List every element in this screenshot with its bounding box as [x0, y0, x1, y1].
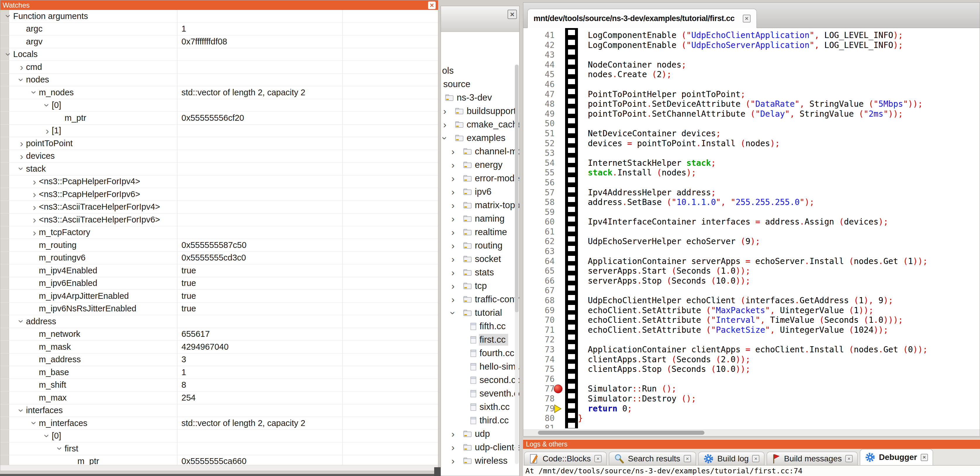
- line-number[interactable]: 75: [523, 364, 555, 374]
- code-line[interactable]: 52 devices = pointToPoint.Install (nodes…: [523, 139, 980, 149]
- line-number[interactable]: 57: [523, 188, 555, 198]
- tree-item-source[interactable]: source: [441, 77, 519, 91]
- watch-row[interactable]: m_ipv6Enabledtrue: [0, 277, 438, 290]
- line-number[interactable]: 68: [523, 296, 555, 305]
- chevron-down-icon[interactable]: [43, 101, 52, 110]
- close-icon[interactable]: [752, 455, 759, 462]
- watch-row[interactable]: address: [0, 315, 438, 328]
- tree-item-sixth-cc[interactable]: sixth.cc: [441, 400, 519, 414]
- watch-row[interactable]: first: [0, 442, 438, 455]
- chevron-down-icon[interactable]: [17, 165, 26, 173]
- code-line[interactable]: 46: [523, 80, 980, 89]
- line-number[interactable]: 64: [523, 256, 555, 266]
- chevron-right-icon[interactable]: [450, 146, 463, 157]
- watch-row[interactable]: argv0x7fffffffdf08: [0, 35, 438, 48]
- chevron-right-icon[interactable]: [30, 190, 39, 198]
- tree-item-first-cc[interactable]: first.cc: [441, 333, 519, 347]
- chevron-right-icon[interactable]: [450, 160, 463, 171]
- line-number[interactable]: 76: [523, 374, 555, 384]
- code-line[interactable]: 63: [523, 246, 980, 256]
- tree-item-examples[interactable]: examples: [441, 131, 519, 145]
- watch-row[interactable]: m_nodesstd::vector of length 2, capacity…: [0, 86, 438, 99]
- tree-item-second-cc[interactable]: second.cc: [441, 373, 519, 387]
- code-line[interactable]: 48 pointToPoint.SetDeviceAttribute ("Dat…: [523, 99, 980, 109]
- line-number[interactable]: 48: [523, 99, 555, 109]
- line-number[interactable]: 53: [523, 148, 555, 158]
- tree-item-channel-mod[interactable]: channel-mod: [441, 145, 519, 158]
- code-line[interactable]: 44 NodeContainer nodes;: [523, 60, 980, 70]
- code-line[interactable]: 69 echoClient.SetAttribute ("MaxPackets"…: [523, 305, 980, 315]
- logs-tab-search-results[interactable]: Search results: [609, 452, 696, 465]
- code-area[interactable]: 41 LogComponentEnable ("UdpEchoClientApp…: [523, 28, 980, 428]
- watch-row[interactable]: m_routing0x555555587c50: [0, 239, 438, 252]
- tree-item-naming[interactable]: naming: [441, 212, 519, 225]
- watch-row[interactable]: <ns3::PcapHelperForIpv6>: [0, 188, 438, 201]
- code-line[interactable]: 74 clientApps.Start (Seconds (2.0));: [523, 355, 980, 364]
- code-line[interactable]: 56: [523, 178, 980, 188]
- line-number[interactable]: 60: [523, 217, 555, 227]
- tree-item-traffic-contro[interactable]: traffic-contro: [441, 293, 519, 306]
- logs-titlebar[interactable]: Logs & others: [523, 440, 980, 449]
- chevron-right-icon[interactable]: [450, 173, 463, 184]
- line-number[interactable]: 45: [523, 70, 555, 80]
- line-number[interactable]: 69: [523, 305, 555, 315]
- line-number[interactable]: 78: [523, 394, 555, 404]
- logs-tab-build-log[interactable]: Build log: [698, 452, 764, 465]
- tree-item-third-cc[interactable]: third.cc: [441, 414, 519, 427]
- chevron-right-icon[interactable]: [450, 294, 463, 305]
- line-number[interactable]: 70: [523, 315, 555, 325]
- code-line[interactable]: 75 clientApps.Stop (Seconds (10.0));: [523, 364, 980, 374]
- code-line[interactable]: 57 Ipv4AddressHelper address;: [523, 188, 980, 198]
- code-line[interactable]: 81: [523, 423, 980, 428]
- watch-row[interactable]: cmd: [0, 61, 438, 73]
- watch-row[interactable]: m_ipv6NsRsJitterEnabledtrue: [0, 303, 438, 315]
- editor-tab-first-cc[interactable]: mnt/dev/tools/source/ns-3-dev/examples/t…: [527, 9, 757, 28]
- tree-item-cmake-cache[interactable]: cmake_cache: [441, 118, 519, 131]
- editor-horizontal-scrollbar[interactable]: [523, 430, 980, 435]
- line-number[interactable]: 59: [523, 207, 555, 217]
- code-line[interactable]: 72: [523, 335, 980, 345]
- tree-item-hello-simul[interactable]: hello-simul: [441, 360, 519, 373]
- tree-item-seventh-cc[interactable]: seventh.cc: [441, 387, 519, 400]
- watch-row[interactable]: nodes: [0, 73, 438, 86]
- chevron-down-icon[interactable]: [17, 406, 26, 415]
- line-number[interactable]: 72: [523, 335, 555, 345]
- line-number[interactable]: 42: [523, 40, 555, 50]
- tree-scrollbar-thumb[interactable]: [515, 65, 519, 312]
- close-icon[interactable]: [921, 454, 928, 461]
- code-line[interactable]: 80}: [523, 414, 980, 423]
- code-line[interactable]: 58 address.SetBase ("10.1.1.0", "255.255…: [523, 197, 980, 207]
- watch-row[interactable]: m_max254: [0, 391, 438, 404]
- watches-horizontal-scrollbar[interactable]: [0, 465, 438, 471]
- line-number[interactable]: 49: [523, 109, 555, 119]
- code-line[interactable]: 66 serverApps.Stop (Seconds (10.0));: [523, 276, 980, 286]
- line-number[interactable]: 51: [523, 129, 555, 139]
- chevron-right-icon[interactable]: [450, 281, 463, 292]
- tree-item-stats[interactable]: stats: [441, 266, 519, 279]
- tree-item-realtime[interactable]: realtime: [441, 225, 519, 239]
- watch-row[interactable]: argc1: [0, 23, 438, 36]
- line-number[interactable]: 52: [523, 139, 555, 149]
- chevron-right-icon[interactable]: [450, 200, 463, 211]
- watch-row[interactable]: m_tcpFactory: [0, 226, 438, 239]
- editor-hscroll-thumb[interactable]: [538, 431, 705, 435]
- chevron-right-icon[interactable]: [30, 228, 39, 237]
- line-number[interactable]: 43: [523, 50, 555, 60]
- line-number[interactable]: 54: [523, 158, 555, 168]
- watch-row[interactable]: m_interfacesstd::vector of length 2, cap…: [0, 417, 438, 430]
- tree-scrollbar[interactable]: [515, 65, 519, 464]
- close-icon[interactable]: [684, 455, 691, 462]
- line-number[interactable]: 41: [523, 30, 555, 40]
- code-line[interactable]: 55 stack.Install (nodes);: [523, 168, 980, 178]
- line-number[interactable]: 74: [523, 355, 555, 364]
- chevron-right-icon[interactable]: [450, 267, 463, 278]
- chevron-down-icon[interactable]: [5, 50, 13, 59]
- code-line[interactable]: 43: [523, 50, 980, 60]
- code-line[interactable]: 60 Ipv4InterfaceContainer interfaces = a…: [523, 217, 980, 227]
- code-line[interactable]: 42 LogComponentEnable ("UdpEchoServerApp…: [523, 40, 980, 50]
- chevron-right-icon[interactable]: [30, 203, 39, 211]
- watch-row[interactable]: pointToPoint: [0, 137, 438, 150]
- code-line[interactable]: 41 LogComponentEnable ("UdpEchoClientApp…: [523, 30, 980, 40]
- chevron-down-icon[interactable]: [450, 308, 463, 318]
- line-number[interactable]: 50: [523, 119, 555, 129]
